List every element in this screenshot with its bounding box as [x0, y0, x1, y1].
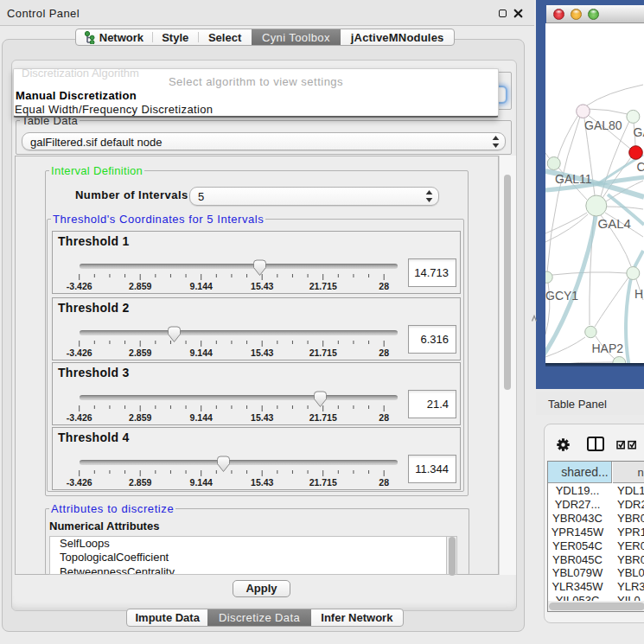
svg-text:GAL11: GAL11: [555, 172, 592, 186]
svg-text:HAP2: HAP2: [592, 341, 624, 355]
svg-text:GAL4: GAL4: [598, 216, 631, 231]
svg-text:GAL80: GAL80: [584, 118, 622, 132]
svg-text:CD: CD: [637, 160, 644, 174]
svg-text:GCY1: GCY1: [545, 289, 578, 303]
svg-text:GA: GA: [634, 125, 644, 139]
svg-text:H: H: [634, 287, 643, 301]
